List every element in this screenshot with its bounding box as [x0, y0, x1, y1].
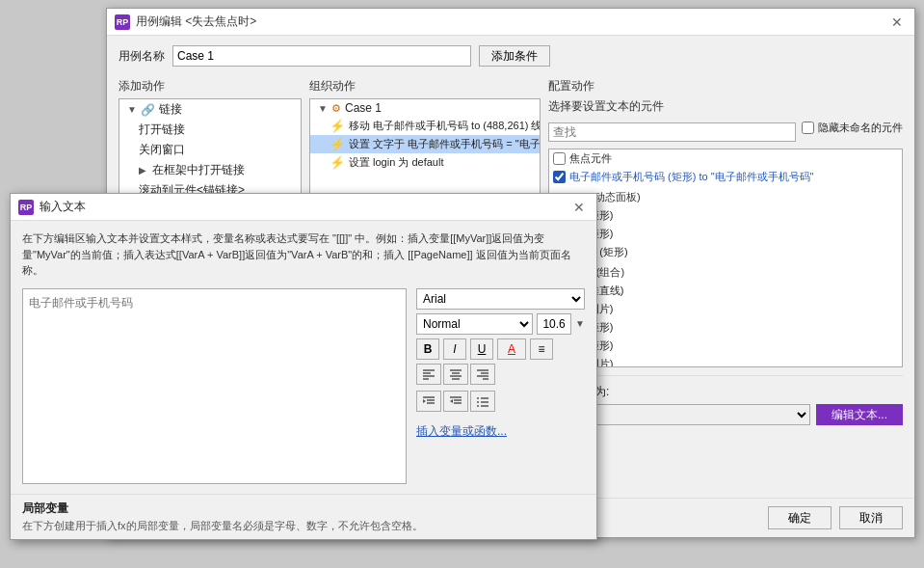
left-item-link[interactable]: ▼ 🔗 链接 — [119, 99, 301, 120]
underline-button[interactable]: U — [470, 338, 493, 360]
element-11rect[interactable]: 11 (矩形) — [549, 243, 902, 261]
set-text-label: 设置文本为: — [548, 384, 903, 400]
insert-var-link[interactable]: 插入变量或函数... — [416, 423, 585, 440]
list-icon — [476, 395, 489, 407]
input-dialog-title-text: 输入文本 — [40, 199, 86, 215]
left-item-close-window[interactable]: 关闭窗口 — [119, 140, 301, 160]
input-dialog-close-button[interactable]: ✕ — [569, 198, 589, 217]
left-panel-title: 添加动作 — [119, 78, 302, 95]
element-email-checked[interactable]: 电子邮件或手机号码 (矩形) to "电子邮件或手机号码" — [549, 168, 902, 186]
left-item-open-link-label: 打开链接 — [139, 122, 185, 138]
local-vars-section: 局部变量 在下方创建用于插入fx的局部变量，局部变量名必须是字母、数字，不允许包… — [11, 494, 596, 539]
case-name-row: 用例名称 添加条件 — [119, 45, 903, 67]
svg-point-20 — [477, 397, 479, 399]
mid-item-move[interactable]: ⚡ 移动 电子邮件或手机号码 to (488,261) 线性 50ms — [310, 117, 540, 135]
bold-button[interactable]: B — [416, 338, 439, 360]
text-style-row: B I U A ≡ — [416, 338, 585, 360]
search-row: 隐藏未命名的元件 — [548, 121, 903, 143]
left-item-link-label: 链接 — [159, 101, 182, 118]
link-icon: 🔗 — [141, 103, 155, 117]
font-style-row: Normal ▼ — [416, 313, 585, 335]
color-button[interactable]: A — [497, 338, 526, 360]
svg-point-22 — [477, 401, 479, 403]
input-dialog-logo: RP — [18, 200, 34, 215]
text-input-area[interactable] — [22, 288, 407, 485]
mid-item-set-login[interactable]: ⚡ 设置 login 为 default — [310, 153, 540, 172]
main-close-button[interactable]: ✕ — [887, 13, 907, 32]
element-img2[interactable]: (图片) — [549, 355, 902, 367]
set-text-section: 设置文本为: 富文本 编辑文本... — [548, 375, 903, 425]
right-panel: 配置动作 选择要设置文本的元件 隐藏未命名的元件 焦点元件 — [548, 78, 903, 502]
element-focus[interactable]: 焦点元件 — [549, 149, 902, 168]
hide-unnamed-checkbox[interactable] — [802, 122, 814, 134]
expand-icon-link: ▼ — [127, 104, 137, 115]
mid-item-set-login-label: 设置 login 为 default — [349, 155, 443, 170]
title-bar-left: RP 用例编辑 <失去焦点时> — [115, 14, 256, 30]
element-about-group[interactable]: ▼ About (组合) — [549, 263, 902, 282]
element-email-label: 电子邮件或手机号码 (矩形) to "电子邮件或手机号码" — [569, 170, 813, 184]
indent-decrease-icon — [422, 395, 436, 407]
expand-icon-case: ▼ — [318, 103, 328, 114]
svg-point-24 — [477, 405, 479, 407]
element-rect4[interactable]: (矩形) — [549, 337, 902, 355]
main-title-bar: RP 用例编辑 <失去焦点时> ✕ — [107, 9, 914, 36]
input-dialog: RP 输入文本 ✕ 在下方编辑区输入文本并设置文本样式，变量名称或表达式要写在 … — [10, 193, 597, 540]
hide-unnamed-label: 隐藏未命名的元件 — [818, 121, 903, 135]
dialog-main-area: Arial Normal ▼ B I U A — [22, 288, 585, 485]
lightning-icon-move: ⚡ — [330, 119, 345, 133]
element-focus-label: 焦点元件 — [569, 151, 612, 166]
mid-item-set-text-label: 设置 文字于 电子邮件或手机号码 = "电子邮件或手机号码" — [349, 137, 541, 151]
add-condition-button[interactable]: 添加条件 — [479, 45, 550, 67]
font-style-select[interactable]: Normal — [416, 313, 533, 335]
align-right-button[interactable] — [470, 364, 495, 385]
element-rect3[interactable]: (矩形) — [549, 318, 902, 337]
edit-text-button[interactable]: 编辑文本... — [816, 404, 903, 425]
svg-marker-19 — [450, 399, 453, 403]
font-size-input[interactable] — [537, 313, 571, 335]
indent-row — [416, 391, 585, 412]
mid-panel-title: 组织动作 — [309, 78, 541, 95]
indent-increase-button[interactable] — [443, 391, 468, 412]
italic-button[interactable]: I — [443, 338, 466, 360]
indent-decrease-button[interactable] — [416, 391, 441, 412]
case-icon: ⚙ — [331, 102, 341, 115]
element-rect1[interactable]: (矩形) — [549, 206, 902, 225]
align-left-button[interactable] — [416, 364, 441, 385]
mid-case-header[interactable]: ▼ ⚙ Case 1 — [310, 99, 540, 117]
mid-item-move-label: 移动 电子邮件或手机号码 to (488,261) 线性 50ms — [349, 119, 541, 133]
confirm-button[interactable]: 确定 — [768, 506, 832, 529]
align-row — [416, 364, 585, 385]
lightning-icon-login: ⚡ — [330, 155, 345, 170]
left-item-open-in-frame-label: 在框架中打开链接 — [152, 162, 245, 178]
list-button[interactable] — [470, 391, 495, 412]
expand-icon-frame: ▶ — [139, 165, 148, 176]
input-dialog-title-bar: RP 输入文本 ✕ — [11, 194, 596, 221]
element-login-group[interactable]: ▼ login (动态面板) — [549, 188, 902, 206]
input-dialog-body: 在下方编辑区输入文本并设置文本样式，变量名称或表达式要写在 "[[]]" 中。例… — [11, 221, 596, 494]
set-text-row: 富文本 编辑文本... — [548, 404, 903, 425]
mid-case-label: Case 1 — [345, 101, 382, 115]
align-center-button[interactable] — [443, 364, 468, 385]
element-img1[interactable]: (图片) — [549, 300, 902, 318]
align-left-icon — [422, 368, 436, 380]
rp-logo-icon: RP — [115, 14, 130, 30]
focus-checkbox[interactable] — [553, 152, 566, 165]
indent-increase-icon — [449, 395, 462, 407]
left-item-open-link[interactable]: 打开链接 — [119, 120, 301, 140]
element-rect2[interactable]: (矩形) — [549, 225, 902, 243]
font-family-row: Arial — [416, 288, 585, 310]
search-input[interactable] — [548, 122, 796, 142]
right-section-title: 选择要设置文本的元件 — [548, 98, 903, 115]
mid-item-set-text[interactable]: ⚡ 设置 文字于 电子邮件或手机号码 = "电子邮件或手机号码" — [310, 135, 540, 153]
align-center-icon — [449, 368, 462, 380]
element-line1[interactable]: (垂直线) — [549, 282, 902, 300]
font-size-arrow: ▼ — [575, 318, 585, 329]
cancel-button[interactable]: 取消 — [839, 506, 903, 529]
left-item-open-in-frame[interactable]: ▶ 在框架中打开链接 — [119, 160, 301, 180]
font-family-select[interactable]: Arial — [416, 288, 585, 310]
email-checkbox[interactable] — [553, 171, 566, 183]
case-name-input[interactable] — [172, 45, 471, 67]
more-format-button[interactable]: ≡ — [530, 338, 553, 360]
local-vars-title: 局部变量 — [22, 500, 585, 517]
left-item-close-window-label: 关闭窗口 — [139, 142, 185, 158]
